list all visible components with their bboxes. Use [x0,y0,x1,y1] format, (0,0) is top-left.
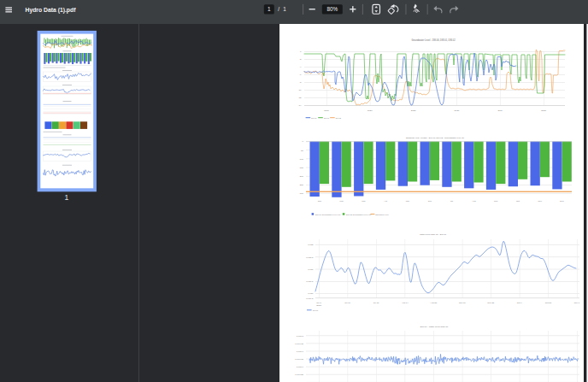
svg-text:1,060.6: 1,060.6 [297,366,304,368]
svg-text:Nov: Nov [538,200,543,203]
svg-text:Apr: Apr [384,200,387,203]
svg-text:DW-06: DW-06 [313,309,319,311]
svg-text:1: 1 [268,6,271,12]
svg-text:Sep 11: Sep 11 [459,302,466,304]
svg-text:Oct 23: Oct 23 [545,302,552,304]
svg-text:May: May [406,200,410,203]
svg-text:1,060.7: 1,060.7 [297,350,304,353]
svg-text:1,081: 1,081 [308,268,314,271]
svg-text:1: 1 [283,6,286,12]
svg-text:Jan: Jan [318,200,322,203]
svg-text:2023: 2023 [455,109,460,112]
svg-text:/: / [278,6,279,12]
svg-text:DW-02: DW-02 [336,117,342,119]
svg-text:DW-06: DW-06 [311,117,317,119]
svg-text:1,060.75: 1,060.75 [295,343,303,345]
svg-text:1,081.5: 1,081.5 [306,256,314,259]
svg-text:Seasonal Year Average - DW-01,: Seasonal Year Average - DW-01, DW-02 - G… [406,137,464,139]
svg-text:Mar: Mar [362,200,365,203]
svg-text:-150: -150 [299,167,304,169]
svg-text:1: 1 [65,193,69,202]
svg-text:-300: -300 [299,192,304,195]
svg-text:1,060.65: 1,060.65 [295,358,303,361]
svg-text:Sep 25: Sep 25 [487,302,495,304]
svg-text:Hydro Data (1).pdf: Hydro Data (1).pdf [26,7,77,14]
svg-text:80%: 80% [326,6,338,12]
svg-text:1,060.8: 1,060.8 [297,335,304,338]
svg-text:2021: 2021 [368,109,373,112]
svg-text:DW-06 - Water Level Rise (ft): DW-06 - Water Level Rise (ft) [420,326,449,328]
svg-text:-12: -12 [298,97,302,99]
svg-text:DW-01 Groundwater level (in): DW-01 Groundwater level (in) [315,214,341,215]
svg-text:Jul 17: Jul 17 [344,302,350,304]
svg-text:1,060.55: 1,060.55 [295,373,303,376]
svg-text:-250: -250 [299,184,304,186]
svg-text:Jul: Jul [450,200,454,203]
svg-text:Jul 31: Jul 31 [373,302,379,304]
svg-text:Oct: Oct [516,200,520,203]
svg-text:-14: -14 [298,104,302,107]
svg-text:DW-01: DW-01 [324,117,330,119]
svg-text:Dec: Dec [560,200,564,203]
svg-text:Jun: Jun [428,200,432,203]
svg-text:-10: -10 [298,89,302,91]
svg-text:1,082: 1,082 [308,244,314,246]
svg-text:Oct 9: Oct 9 [517,302,523,304]
svg-text:Sep: Sep [494,200,498,203]
svg-text:-50: -50 [300,150,303,152]
svg-text:1,080.5: 1,080.5 [306,280,314,283]
svg-text:1,080: 1,080 [308,292,314,295]
svg-text:2022: 2022 [411,109,416,112]
svg-text:DW-02 Groundwater level (in): DW-02 Groundwater level (in) [346,214,372,215]
svg-text:-200: -200 [299,175,304,178]
svg-text:Aug 28: Aug 28 [430,302,438,304]
svg-text:2025: 2025 [541,109,546,112]
svg-text:Aug: Aug [472,200,476,203]
svg-text:Jul 3: Jul 3 [316,302,321,304]
svg-text:1,079.5: 1,079.5 [306,297,314,300]
svg-text:Feb: Feb [339,200,344,203]
svg-text:Aug 14: Aug 14 [402,302,409,304]
svg-text:2024: 2024 [497,109,503,112]
svg-text:Saturation level: Saturation level [375,214,389,215]
svg-text:2020: 2020 [324,109,329,112]
svg-text:Groundwater Level - DW-06, DW-: Groundwater Level - DW-06, DW-01, DW-02 [411,38,456,42]
svg-text:Nov 6: Nov 6 [574,302,580,304]
svg-text:2023: 2023 [316,304,321,307]
svg-text:-100: -100 [299,158,304,161]
svg-text:Water Level Rise (ft) - DW-06: Water Level Rise (ft) - DW-06 [420,233,447,236]
